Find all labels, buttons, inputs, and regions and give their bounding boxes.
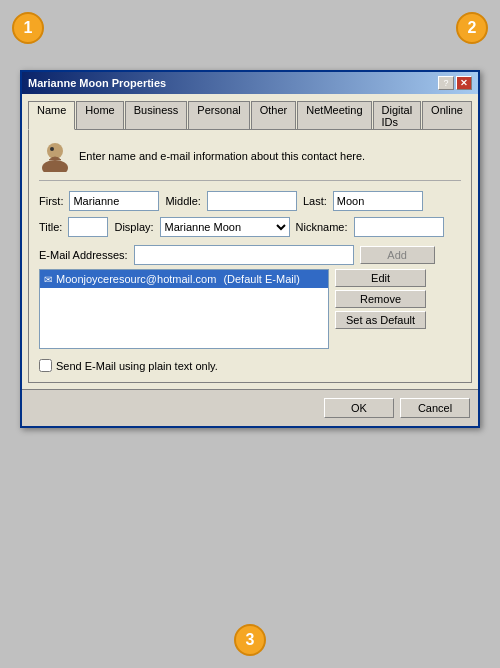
- dialog-body: Name Home Business Personal Other NetMee…: [22, 94, 478, 389]
- tab-personal[interactable]: Personal: [188, 101, 249, 130]
- tab-name[interactable]: Name: [28, 101, 75, 130]
- contact-icon: [39, 140, 71, 172]
- cancel-button[interactable]: Cancel: [400, 398, 470, 418]
- ok-button[interactable]: OK: [324, 398, 394, 418]
- tab-digital-ids[interactable]: Digital IDs: [373, 101, 422, 130]
- email-add-row: E-Mail Addresses: Add: [39, 245, 461, 265]
- display-label: Display:: [114, 221, 153, 233]
- first-input[interactable]: [69, 191, 159, 211]
- email-label: E-Mail Addresses:: [39, 249, 128, 261]
- email-list-item[interactable]: ✉ Moonjoyceresourc@hotmail.com (Default …: [40, 270, 328, 288]
- set-default-button[interactable]: Set as Default: [335, 311, 426, 329]
- annotation-circle-3: 3: [234, 624, 266, 656]
- annotation-circle-1: 1: [12, 12, 44, 44]
- middle-label: Middle:: [165, 195, 200, 207]
- nickname-label: Nickname:: [296, 221, 348, 233]
- svg-point-2: [50, 147, 54, 151]
- display-select[interactable]: Marianne Moon: [160, 217, 290, 237]
- email-input[interactable]: [134, 245, 354, 265]
- dialog-title: Marianne Moon Properties: [28, 77, 166, 89]
- plain-text-checkbox[interactable]: [39, 359, 52, 372]
- middle-input[interactable]: [207, 191, 297, 211]
- remove-button[interactable]: Remove: [335, 290, 426, 308]
- tab-netmeeting[interactable]: NetMeeting: [297, 101, 371, 130]
- add-button[interactable]: Add: [360, 246, 435, 264]
- tab-bar: Name Home Business Personal Other NetMee…: [28, 100, 472, 129]
- envelope-icon: ✉: [44, 274, 52, 285]
- svg-point-1: [42, 160, 68, 172]
- email-list-box: ✉ Moonjoyceresourc@hotmail.com (Default …: [39, 269, 329, 349]
- annotation-circle-2: 2: [456, 12, 488, 44]
- title-bar-buttons: ? ✕: [438, 76, 472, 90]
- title-input[interactable]: [68, 217, 108, 237]
- edit-button[interactable]: Edit: [335, 269, 426, 287]
- email-address-text: Moonjoyceresourc@hotmail.com: [56, 273, 216, 285]
- properties-dialog: Marianne Moon Properties ? ✕ Name Home B…: [20, 70, 480, 428]
- title-bar: Marianne Moon Properties ? ✕: [22, 72, 478, 94]
- dialog-footer: OK Cancel: [22, 389, 478, 426]
- tab-content-name: Enter name and e-mail information about …: [28, 129, 472, 383]
- title-label: Title:: [39, 221, 62, 233]
- close-button[interactable]: ✕: [456, 76, 472, 90]
- info-text: Enter name and e-mail information about …: [79, 150, 365, 162]
- checkbox-row: Send E-Mail using plain text only.: [39, 359, 461, 372]
- plain-text-label[interactable]: Send E-Mail using plain text only.: [56, 360, 218, 372]
- tab-online[interactable]: Online: [422, 101, 472, 130]
- tab-other[interactable]: Other: [251, 101, 297, 130]
- first-label: First:: [39, 195, 63, 207]
- tab-business[interactable]: Business: [125, 101, 188, 130]
- last-input[interactable]: [333, 191, 423, 211]
- nickname-input[interactable]: [354, 217, 444, 237]
- last-label: Last:: [303, 195, 327, 207]
- email-section: E-Mail Addresses: Add ✉ Moonjoyceresourc…: [39, 245, 461, 349]
- email-buttons: Edit Remove Set as Default: [335, 269, 426, 329]
- help-button[interactable]: ?: [438, 76, 454, 90]
- email-default-note: (Default E-Mail): [220, 273, 299, 285]
- name-fields-row1: First: Middle: Last:: [39, 191, 461, 211]
- email-list-row: ✉ Moonjoyceresourc@hotmail.com (Default …: [39, 269, 461, 349]
- tab-home[interactable]: Home: [76, 101, 123, 130]
- name-fields-row2: Title: Display: Marianne Moon Nickname:: [39, 217, 461, 237]
- info-row: Enter name and e-mail information about …: [39, 140, 461, 181]
